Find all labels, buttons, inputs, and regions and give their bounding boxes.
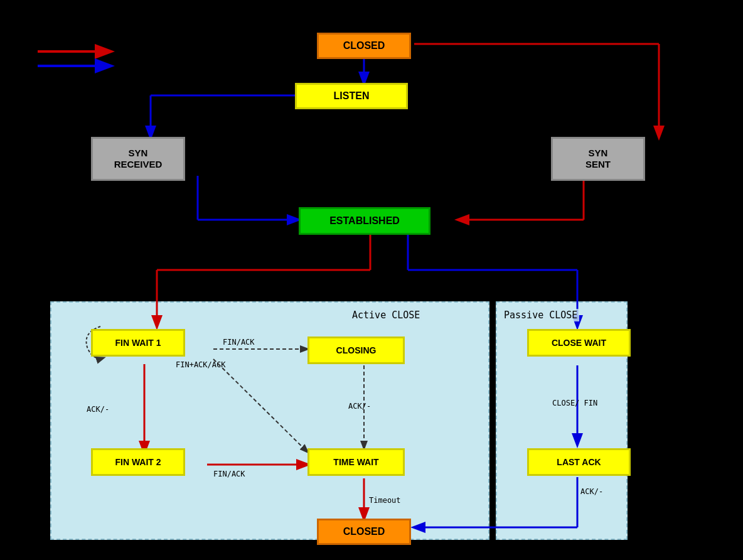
fin-ack-ack-label: FIN+ACK/ACK	[176, 360, 225, 369]
active-close-label: Active CLOSE	[350, 309, 422, 321]
svg-line-19	[213, 359, 307, 452]
time-wait-state: TIME WAIT	[307, 448, 405, 476]
fin-ack-label-2: FIN/ACK	[213, 470, 245, 478]
listen-state: LISTEN	[295, 83, 408, 109]
close-fin-label: CLOSE/ FIN	[552, 399, 597, 407]
passive-close-label: Passive CLOSE	[502, 309, 579, 321]
fin-wait-2-state: FIN WAIT 2	[91, 448, 185, 476]
ack-dash-label-2: ACK/-	[348, 402, 371, 411]
fin-ack-label-1: FIN/ACK	[223, 338, 255, 347]
closed-bottom-state: CLOSED	[317, 519, 411, 545]
closing-state: CLOSING	[307, 337, 405, 364]
established-state: ESTABLISHED	[299, 207, 430, 235]
syn-sent-state: SYN SENT	[551, 137, 645, 181]
ack-dash-label-3: ACK/-	[580, 487, 603, 496]
last-ack-state: LAST ACK	[527, 448, 631, 476]
ack-dash-label-1: ACK/-	[87, 405, 109, 414]
syn-received-state: SYN RECEIVED	[91, 137, 185, 181]
closed-top-state: CLOSED	[317, 33, 411, 59]
timeout-label: Timeout	[369, 496, 401, 505]
close-wait-state: CLOSE WAIT	[527, 329, 631, 357]
fin-wait-1-state: FIN WAIT 1	[91, 329, 185, 357]
